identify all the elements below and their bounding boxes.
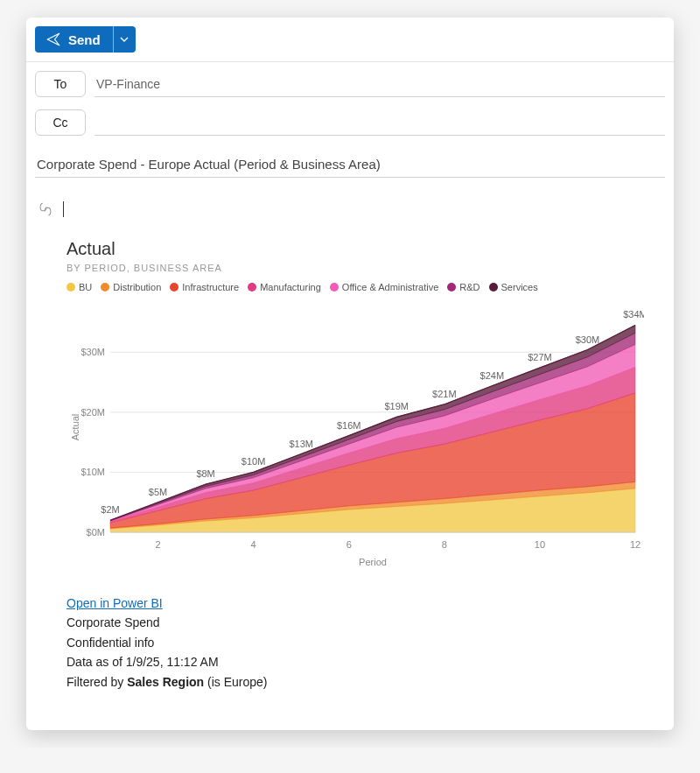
caption-sensitivity: Confidential info bbox=[66, 636, 154, 650]
svg-text:$13M: $13M bbox=[289, 439, 313, 449]
chart-title: Actual bbox=[66, 239, 642, 259]
svg-text:$10M: $10M bbox=[242, 456, 266, 467]
svg-text:$24M: $24M bbox=[480, 370, 505, 381]
legend-item[interactable]: Manufacturing bbox=[248, 282, 321, 292]
caption-timestamp-prefix: Data as of bbox=[66, 655, 126, 669]
svg-text:$21M: $21M bbox=[432, 389, 457, 399]
compose-window: Send To Cc Actual bbox=[26, 18, 674, 730]
legend-dot-icon bbox=[101, 283, 109, 292]
legend-label: Services bbox=[501, 282, 538, 292]
legend-dot-icon bbox=[489, 283, 498, 292]
svg-text:$30M: $30M bbox=[576, 334, 600, 345]
legend-label: Manufacturing bbox=[260, 282, 321, 292]
subject-row bbox=[26, 139, 674, 181]
legend-dot-icon bbox=[248, 283, 256, 292]
copilot-icon[interactable] bbox=[37, 200, 54, 218]
chart-card: Actual BY PERIOD, BUSINESS AREA BUDistri… bbox=[35, 230, 665, 576]
body-area[interactable]: Actual BY PERIOD, BUSINESS AREA BUDistri… bbox=[26, 181, 674, 730]
text-cursor bbox=[63, 201, 64, 217]
legend-label: R&D bbox=[459, 282, 480, 292]
send-icon bbox=[46, 32, 61, 47]
to-input[interactable] bbox=[94, 72, 665, 97]
svg-text:$30M: $30M bbox=[80, 347, 105, 357]
chart-legend: BUDistributionInfrastructureManufacturin… bbox=[66, 282, 642, 296]
chevron-down-icon bbox=[120, 35, 129, 44]
caption-filter-field: Sales Region bbox=[127, 675, 204, 689]
legend-item[interactable]: Office & Administrative bbox=[330, 282, 438, 292]
legend-label: BU bbox=[79, 282, 92, 292]
caption-dataset: Corporate Spend bbox=[66, 615, 160, 629]
caption-timestamp: 1/9/25, 11:12 AM bbox=[126, 655, 219, 669]
svg-text:2: 2 bbox=[155, 539, 160, 550]
cc-input[interactable] bbox=[94, 110, 665, 136]
toolbar: Send bbox=[26, 18, 674, 62]
svg-text:$5M: $5M bbox=[149, 487, 167, 497]
caption-filter-prefix: Filtered by bbox=[66, 675, 127, 689]
svg-text:$0M: $0M bbox=[87, 527, 105, 538]
legend-item[interactable]: Services bbox=[489, 282, 538, 292]
cc-row: Cc bbox=[26, 101, 674, 139]
chart-plot: $0M$10M$20M$30MActual$2M$5M$8M$10M$13M$1… bbox=[66, 305, 644, 576]
svg-text:$19M: $19M bbox=[385, 401, 410, 411]
send-button[interactable]: Send bbox=[35, 26, 113, 53]
open-powerbi-link[interactable]: Open in Power BI bbox=[66, 596, 163, 610]
to-button[interactable]: To bbox=[35, 71, 86, 97]
svg-text:Actual: Actual bbox=[70, 414, 80, 441]
svg-text:$10M: $10M bbox=[80, 467, 105, 477]
svg-text:$27M: $27M bbox=[528, 352, 552, 362]
svg-text:12: 12 bbox=[630, 539, 640, 550]
legend-item[interactable]: Infrastructure bbox=[170, 282, 239, 292]
svg-text:6: 6 bbox=[346, 539, 352, 550]
svg-text:4: 4 bbox=[251, 539, 256, 550]
svg-text:$16M: $16M bbox=[337, 420, 361, 431]
svg-text:10: 10 bbox=[535, 539, 545, 550]
send-button-group: Send bbox=[35, 26, 136, 53]
legend-dot-icon bbox=[170, 283, 178, 292]
svg-text:$34M: $34M bbox=[623, 309, 644, 320]
to-row: To bbox=[26, 62, 674, 101]
legend-item[interactable]: R&D bbox=[447, 282, 480, 292]
chart-subtitle: BY PERIOD, BUSINESS AREA bbox=[66, 263, 642, 273]
svg-text:$20M: $20M bbox=[80, 407, 105, 418]
svg-text:Period: Period bbox=[359, 557, 387, 567]
svg-text:$8M: $8M bbox=[196, 468, 214, 479]
legend-label: Office & Administrative bbox=[342, 282, 438, 292]
send-split-button[interactable] bbox=[113, 26, 136, 53]
svg-text:8: 8 bbox=[442, 539, 447, 550]
send-button-label: Send bbox=[68, 32, 101, 47]
caption-filter-suffix: (is Europe) bbox=[204, 675, 267, 689]
subject-input[interactable] bbox=[35, 151, 665, 178]
legend-item[interactable]: BU bbox=[66, 282, 92, 292]
legend-label: Distribution bbox=[113, 282, 161, 292]
legend-dot-icon bbox=[330, 283, 339, 292]
chart-caption: Open in Power BI Corporate Spend Confide… bbox=[35, 576, 665, 713]
legend-dot-icon bbox=[447, 283, 456, 292]
legend-label: Infrastructure bbox=[182, 282, 239, 292]
legend-item[interactable]: Distribution bbox=[101, 282, 161, 292]
svg-text:$2M: $2M bbox=[101, 504, 119, 515]
cc-button[interactable]: Cc bbox=[35, 109, 86, 136]
copilot-row bbox=[37, 200, 665, 218]
legend-dot-icon bbox=[66, 283, 75, 292]
